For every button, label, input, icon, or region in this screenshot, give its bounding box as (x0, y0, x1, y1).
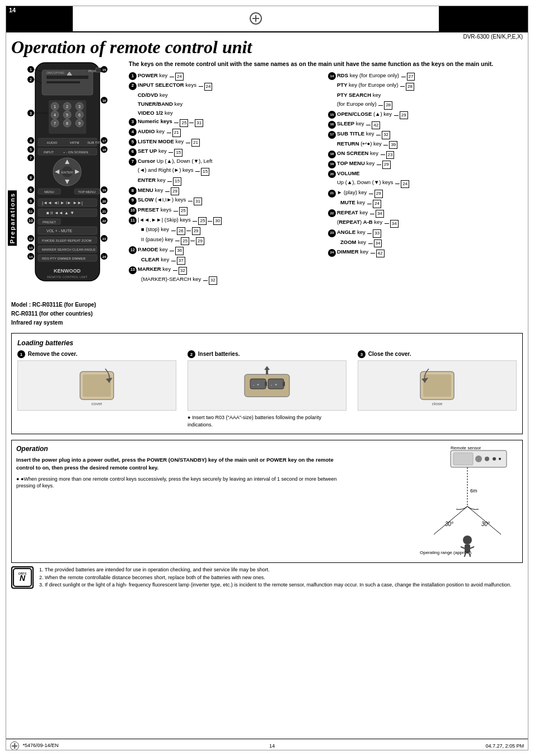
key-text-11: |◄◄,►►| (Skip) keys 2530 (138, 216, 324, 226)
svg-rect-119 (265, 382, 267, 386)
svg-text:16: 16 (102, 99, 106, 102)
key-row-vol-updown: Up (▲), Down (▼) keys 24 (328, 179, 523, 188)
svg-text:21: 21 (102, 210, 106, 213)
svg-text:6: 6 (30, 188, 32, 192)
svg-text:otes: otes (18, 571, 26, 576)
key-num-19: 19 (328, 161, 336, 168)
footer-note-1: 1. The provided batteries are intended f… (39, 566, 511, 574)
key-num-20: 20 (328, 170, 336, 178)
key-text-2: INPUT SELECTOR keys 24 (138, 81, 324, 91)
header-right-block (439, 6, 528, 31)
key-row-cursor-right: (◄) and Right (►) keys 15 (129, 166, 324, 176)
svg-point-136 (493, 457, 496, 461)
key-row-5: 5 LISTEN MODE key 21 (129, 138, 324, 147)
model-line3: Infrared ray system (11, 318, 523, 327)
key-row-3: 3 Numeric keys 2531 (129, 118, 324, 127)
svg-point-145 (463, 536, 472, 544)
key-num-24: 24 (328, 249, 336, 257)
svg-text:MARKER  SEARCH  CLEAR  ANGLE: MARKER SEARCH CLEAR ANGLE (42, 248, 96, 251)
footer-note-3: 3. If direct sunlight or the light of a … (39, 581, 511, 589)
operation-note-text: ● ●When pressing more than one remote co… (16, 476, 344, 490)
header-center (73, 6, 439, 31)
key-row-22: 22 REPEAT key 34 (328, 209, 523, 218)
svg-text:close: close (432, 401, 443, 406)
svg-text:ON/COPYING: ON/COPYING (46, 71, 64, 74)
key-num-17: 17 (328, 131, 336, 139)
page-title: Operation of remote control unit (11, 37, 523, 58)
svg-line-141 (434, 506, 467, 534)
operation-main-text: Insert the power plug into a power outle… (16, 456, 344, 472)
key-num-16: 16 (328, 121, 336, 129)
svg-text:8: 8 (66, 121, 68, 125)
key-num-5: 5 (129, 138, 137, 146)
footer-notes-area: N otes 1. The provided batteries are int… (11, 566, 523, 589)
key-text-7: Cursor Up (▲), Down (▼), Left (138, 157, 324, 166)
svg-line-147 (461, 547, 465, 548)
battery-img-2: + - + - (188, 360, 346, 411)
svg-point-135 (485, 457, 489, 461)
svg-text:13: 13 (29, 246, 32, 250)
key-text-10: PRESET keys 25 (138, 206, 324, 215)
svg-text:14: 14 (29, 255, 32, 259)
key-num-12: 12 (129, 246, 137, 254)
battery-step-1: 1 Remove the cover. cover (17, 350, 176, 411)
key-row-pty-europe: (for Europe only) 28 (328, 100, 523, 110)
svg-rect-123 (283, 382, 285, 386)
key-text-pty-search: PTY SEARCH key (337, 91, 523, 100)
svg-text:AUDIO: AUDIO (46, 141, 57, 144)
svg-text:6m: 6m (470, 488, 477, 494)
key-row-marker-search: (MARKER)-SEARCH key 32 (129, 275, 324, 285)
model-info-right: DVR-6300 (EN/K,P,E,X) (463, 34, 523, 40)
key-text-cd: CD/DVD key (138, 91, 324, 100)
svg-text:2: 2 (66, 105, 68, 109)
key-col-left: 1 POWER key 24 2 INPUT SELECTOR keys 24 … (129, 72, 324, 285)
svg-text:VRTM: VRTM (69, 141, 79, 144)
key-text-15: OPEN/CLOSE (▲) key 29 (337, 110, 523, 120)
svg-text:■  II  ◄◄  ▲  ▼: ■ II ◄◄ ▲ ▼ (46, 210, 74, 215)
remote-area: POWER ON/COPYING 1 2 3 4 (11, 60, 123, 296)
svg-text:TOP MENU: TOP MENU (78, 190, 95, 194)
svg-text:9: 9 (30, 199, 32, 203)
svg-text:+: + (275, 383, 277, 387)
key-text-8: MENU key 29 (138, 186, 324, 196)
battery-step-1-label: Remove the cover. (28, 351, 77, 357)
battery-step-3-label: Close the cover. (368, 351, 411, 357)
svg-text:23: 23 (102, 237, 106, 241)
key-row-repeat-ab: (REPEAT) A-B key 34 (328, 218, 523, 228)
key-text-pty-europe: (for Europe only) 28 (337, 100, 523, 110)
key-row-19: 19 TOP MENU key 29 (328, 159, 523, 169)
key-num-6: 6 (129, 148, 137, 156)
key-text-24: DIMMER key 42 (337, 248, 523, 257)
svg-text:cover: cover (91, 401, 102, 406)
key-text-cursor-right: (◄) and Right (►) keys 15 (138, 166, 324, 176)
key-row-12: 12 P.MODE key 36 (129, 246, 324, 255)
battery-step-num-3: 3 (358, 350, 366, 358)
page-number-tab: 14 (6, 6, 20, 15)
svg-marker-126 (264, 366, 270, 370)
key-row-4: 4 AUDIO key 21 (129, 128, 324, 137)
battery-img-1: cover (17, 360, 176, 411)
svg-text:P.MODE  SLEEP  REPEAT  ZOOM: P.MODE SLEEP REPEAT ZOOM (42, 239, 92, 242)
svg-text:Remote sensor: Remote sensor (451, 445, 481, 450)
header-bar (6, 6, 528, 32)
svg-rect-114 (83, 374, 111, 397)
key-text-mute: MUTE key 24 (340, 199, 523, 208)
svg-text:18: 18 (102, 148, 106, 152)
key-text-9: SLOW (◄I,I►) keys 31 (138, 196, 324, 205)
key-row-11: 11 |◄◄,►►| (Skip) keys 2530 (129, 216, 324, 226)
svg-text:Operating range (approx.): Operating range (approx.) (420, 550, 471, 555)
key-text-repeat-ab: (REPEAT) A-B key 34 (337, 218, 523, 228)
key-text-marker-search: (MARKER)-SEARCH key 32 (141, 275, 324, 285)
key-text-6: SET UP key 15 (138, 147, 324, 157)
svg-line-148 (470, 547, 474, 548)
svg-text:|◄◄  ◄I  ►  I►  ►►|: |◄◄ ◄I ► I► ►►| (42, 200, 83, 205)
main-content: POWER ON/COPYING 1 2 3 4 (11, 60, 523, 296)
svg-text:3: 3 (78, 105, 81, 109)
key-row-tuner: TUNER/BAND key (129, 100, 324, 109)
remote-svg-container: POWER ON/COPYING 1 2 3 4 (18, 60, 116, 296)
key-text-vol-updown: Up (▲), Down (▼) keys 24 (337, 179, 523, 188)
key-text-20: VOLUME (337, 170, 523, 178)
battery-step-2-title: 2 Insert batteries. (188, 350, 346, 358)
key-row-clear: CLEAR key 37 (129, 256, 324, 265)
key-text-3: Numeric keys 2531 (138, 118, 324, 127)
